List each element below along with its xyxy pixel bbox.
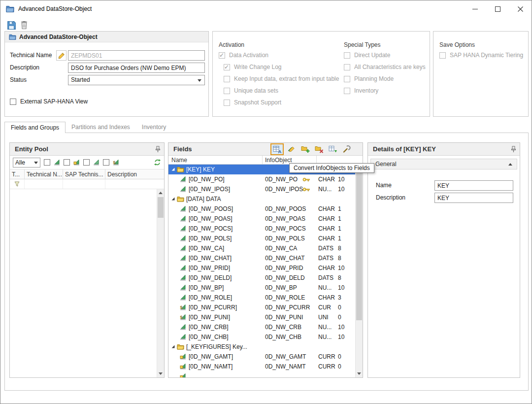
expander-icon[interactable] — [171, 197, 175, 201]
edit-infoobject-button[interactable] — [286, 144, 298, 155]
scroll-down-icon[interactable] — [356, 370, 363, 377]
pin-icon[interactable] — [155, 146, 161, 153]
scroll-thumb[interactable] — [158, 197, 164, 218]
pin-icon[interactable] — [511, 146, 516, 153]
option-sap-hana-dynamic-tiering[interactable]: SAP HANA Dynamic Tiering — [439, 49, 523, 61]
convert-infoobjects-button[interactable]: A — [270, 143, 284, 155]
field-row[interactable]: [0D_NW_ROLE]0D_NW_ROLECHAR3 — [168, 293, 355, 303]
tab-partitions-and-indexes[interactable]: Partitions and Indexes — [66, 122, 136, 133]
column-header-infoobject[interactable]: InfoObject — [265, 157, 292, 164]
general-section-header[interactable]: General — [370, 159, 517, 169]
checkbox-unique-data-sets[interactable] — [224, 88, 230, 94]
field-row[interactable]: [0D_NW_PO]0D_NW_POCHAR10 — [168, 174, 355, 184]
field-row[interactable]: [0D_NW_POOS]0D_NW_POOSCHAR1 — [168, 204, 355, 214]
external-hana-view-checkbox[interactable] — [10, 99, 16, 105]
filter-units-checkbox[interactable] — [83, 159, 90, 166]
field-row[interactable]: [0D_NW_CRB]0D_NW_CRBNU...10 — [168, 322, 355, 332]
field-row[interactable]: [0D_NW_POCS]0D_NW_POCSCHAR1 — [168, 224, 355, 234]
label-unique-data-sets: Unique data sets — [234, 87, 278, 94]
checkbox-snapshot-support[interactable] — [224, 100, 230, 106]
scroll-up-icon[interactable] — [157, 189, 164, 197]
field-row[interactable]: [0D_NW_PRID]0D_NW_PRIDCHAR10 — [168, 263, 355, 273]
checkbox-write-change-log[interactable] — [224, 64, 230, 70]
field-row[interactable]: [0D_NW_GAMT]0D_NW_GAMTCURR0 — [168, 352, 355, 362]
option-unique-data-sets[interactable]: Unique data sets — [219, 85, 339, 97]
expander-icon[interactable] — [171, 167, 175, 171]
scroll-thumb[interactable] — [356, 172, 362, 320]
field-row[interactable]: [0D_NW_POLS]0D_NW_POLSCHAR1 — [168, 234, 355, 243]
assign-group-button[interactable] — [327, 144, 339, 155]
entity-pool-table-body[interactable] — [10, 189, 164, 377]
field-row[interactable]: [0D_NW_CA]0D_NW_CADATS8 — [168, 243, 355, 253]
fields-scrollbar[interactable] — [355, 165, 363, 377]
filter-currency-checkbox[interactable] — [103, 159, 109, 166]
checkbox-direct-update[interactable] — [344, 52, 350, 59]
status-dropdown[interactable]: Started — [68, 75, 205, 85]
remove-group-button[interactable] — [313, 144, 325, 155]
field-infoobject: 0D_NW_ROLE — [265, 293, 305, 303]
field-infoobject: 0D_NW_PRID — [265, 263, 303, 273]
checkbox-planning-mode[interactable] — [344, 76, 350, 82]
checkbox-data-activation[interactable] — [219, 52, 225, 59]
manage-keys-button[interactable] — [341, 144, 353, 155]
option-all-characteristics-are-keys[interactable]: All Characteristics are keys — [344, 61, 426, 73]
refresh-icon[interactable] — [154, 159, 161, 166]
expander-icon[interactable] — [171, 344, 175, 349]
option-write-change-log[interactable]: Write Change Log — [219, 61, 339, 73]
description-input[interactable] — [68, 63, 205, 73]
tab-inventory[interactable]: Inventory — [136, 122, 172, 133]
option-data-activation[interactable]: Data Activation — [219, 49, 339, 61]
add-group-button[interactable] — [299, 144, 311, 155]
field-infoobject: 0D_NW_DELD — [265, 273, 305, 283]
maximize-button[interactable] — [486, 0, 509, 17]
field-group-row[interactable]: [_KEYFIGURES] Key... — [168, 342, 355, 352]
column-header-type[interactable]: T... — [10, 169, 25, 179]
checkbox-inventory[interactable] — [344, 88, 350, 94]
delete-button[interactable] — [18, 19, 30, 31]
entity-pool-filter-row[interactable] — [10, 179, 164, 189]
close-button[interactable] — [509, 0, 532, 17]
field-row[interactable]: [0D_NW_BP]0D_NW_BPNU...10 — [168, 283, 355, 293]
edit-technical-name-button[interactable] — [56, 50, 66, 61]
field-length: 10 — [338, 263, 344, 273]
option-snapshot-support[interactable]: Snapshot Support — [219, 97, 339, 108]
field-row[interactable] — [168, 371, 355, 377]
field-row[interactable]: [0D_NW_DELD]0D_NW_DELDDATS8 — [168, 273, 355, 283]
entity-pool-scrollbar[interactable] — [157, 189, 164, 377]
option-inventory[interactable]: Inventory — [344, 85, 426, 97]
minimize-button[interactable] — [464, 0, 486, 17]
save-button[interactable] — [5, 19, 17, 31]
field-row[interactable]: $[0D_NW_PCURR]0D_NW_PCURRCUR0 — [168, 303, 355, 312]
detail-description-input[interactable] — [434, 193, 513, 203]
infoobject-icon — [180, 186, 186, 192]
column-header-description[interactable]: Description — [105, 169, 164, 179]
special-types-header: Special Types — [344, 41, 381, 48]
field-row[interactable]: [0D_NW_POAS]0D_NW_POASCHAR1 — [168, 214, 355, 224]
column-header-technical-name[interactable]: Technical N... — [25, 169, 63, 179]
checkbox-sap-hana-dynamic-tiering[interactable] — [439, 52, 446, 59]
fields-tree[interactable]: [KEY] KEY[0D_NW_PO]0D_NW_POCHAR10[0D_NW_… — [168, 165, 355, 377]
filter-keyfigures-checkbox[interactable] — [64, 159, 70, 166]
field-group-row[interactable]: [DATA] DATA — [168, 194, 355, 204]
entity-pool-filter-dropdown[interactable]: Alle — [13, 158, 40, 168]
field-row[interactable]: [0D_NW_IPOS]0D_NW_IPOSNU...10 — [168, 184, 355, 194]
column-header-name[interactable]: Name — [171, 157, 187, 164]
option-planning-mode[interactable]: Planning Mode — [344, 73, 426, 85]
checkbox-all-characteristics-are-keys[interactable] — [344, 64, 350, 70]
column-header-sap-technical[interactable]: SAP Technis... — [63, 169, 105, 179]
field-row[interactable]: $[0D_NW_PUNI]0D_NW_PUNIUNI0 — [168, 312, 355, 322]
option-direct-update[interactable]: Direct Update — [344, 49, 426, 61]
field-row[interactable]: [0D_NW_NAMT]0D_NW_NAMTCURR0 — [168, 362, 355, 371]
scroll-down-icon[interactable] — [157, 370, 164, 377]
technical-name-input[interactable] — [68, 50, 205, 61]
checkbox-keep-input-data-extract-from-input-table[interactable] — [224, 76, 230, 82]
collapse-icon[interactable] — [508, 163, 512, 166]
field-row[interactable]: [0D_NW_CHB]0D_NW_CHBNU...10 — [168, 332, 355, 342]
option-keep-input-data-extract-from-input-table[interactable]: Keep Input data, extract from input tabl… — [219, 73, 339, 85]
field-name: [0D_NW_PO] — [189, 174, 225, 184]
field-row[interactable]: [0D_NW_CHAT]0D_NW_CHATDATS8 — [168, 253, 355, 263]
tab-fields-and-groups[interactable]: Fields and Groups — [4, 122, 66, 133]
detail-name-input[interactable] — [434, 180, 513, 191]
external-hana-view-row[interactable]: External SAP-HANA View — [10, 96, 88, 107]
filter-characteristics-checkbox[interactable] — [44, 159, 50, 166]
